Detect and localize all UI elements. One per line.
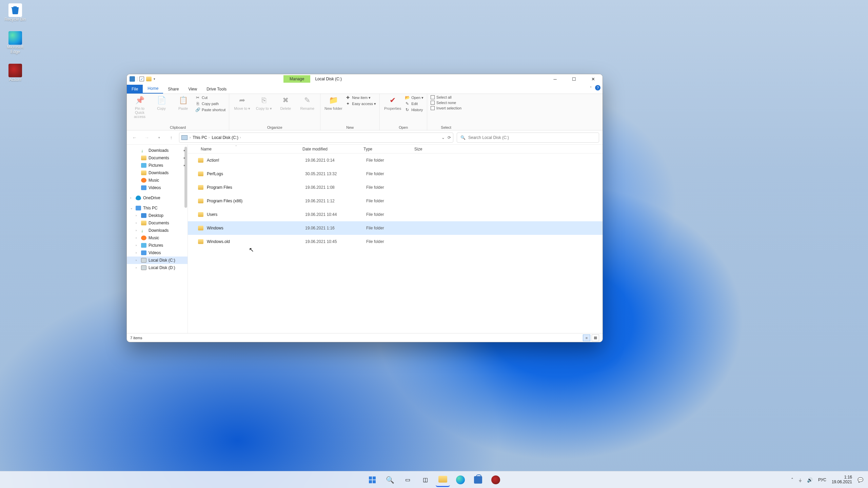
desktop-icon-edge[interactable]: Microsoft Edge <box>2 31 28 54</box>
maximize-button[interactable]: ☐ <box>565 74 584 84</box>
collapse-icon[interactable]: ⌄ <box>130 206 133 210</box>
breadcrumb-location[interactable]: Local Disk (C:)› <box>212 135 241 140</box>
help-icon[interactable]: ? <box>595 85 600 90</box>
expand-icon[interactable]: › <box>136 214 137 217</box>
taskbar-store-button[interactable] <box>471 473 485 487</box>
file-row[interactable]: Users 19.06.2021 10:44 File folder <box>188 208 603 221</box>
sidebar-item[interactable]: ›Local Disk (D:) <box>127 264 188 271</box>
sidebar-item[interactable]: ›↓Downloads <box>127 227 188 234</box>
tab-drive-tools[interactable]: Drive Tools <box>202 85 231 94</box>
sidebar-item-thispc[interactable]: ⌄ This PC <box>127 204 188 212</box>
select-all-button[interactable]: Select all <box>431 95 461 99</box>
file-row[interactable]: Windows.old 19.06.2021 10:45 File folder <box>188 235 603 248</box>
desktop-icon-recycle-bin[interactable]: Recycle Bin <box>2 3 28 22</box>
contextual-tab-manage[interactable]: Manage <box>283 75 310 83</box>
sidebar-item[interactable]: ›Documents <box>127 219 188 227</box>
ribbon-collapse-icon[interactable]: ˄ <box>590 86 592 90</box>
qat-dropdown-icon[interactable]: ▾ <box>154 77 155 81</box>
expand-icon[interactable]: › <box>136 251 137 255</box>
tab-home[interactable]: Home <box>143 84 163 94</box>
file-row[interactable]: PerfLogs 30.05.2021 13:32 File folder <box>188 167 603 181</box>
history-button[interactable]: ↻History <box>405 107 423 112</box>
properties-button[interactable]: ✔Properties <box>383 95 402 110</box>
nav-recent-button[interactable]: ▾ <box>155 133 163 142</box>
copy-button[interactable]: 📄 Copy <box>152 95 171 110</box>
tab-share[interactable]: Share <box>163 85 183 94</box>
paste-button[interactable]: 📋 Paste <box>174 95 193 110</box>
new-item-button[interactable]: ✚New item ▾ <box>346 95 376 100</box>
pin-to-quick-access-button[interactable]: 📌 Pin to Quick access <box>130 95 149 119</box>
sidebar-item[interactable]: Downloads <box>127 169 188 177</box>
sidebar-item[interactable]: Videos <box>127 184 188 191</box>
sidebar-item[interactable]: ›Music <box>127 234 188 242</box>
open-button[interactable]: 📂Open ▾ <box>405 95 423 100</box>
expand-icon[interactable]: › <box>136 229 137 232</box>
nav-back-button[interactable]: ← <box>130 133 139 142</box>
sidebar-item[interactable]: Documents✦ <box>127 154 188 162</box>
taskbar-widgets-button[interactable]: ◫ <box>418 473 432 487</box>
file-row[interactable]: Program Files 19.06.2021 1:08 File folde… <box>188 181 603 194</box>
tray-clock[interactable]: 1:16 19.06.2021 <box>832 475 852 485</box>
view-details-button[interactable]: ≡ <box>583 334 590 341</box>
chevron-right-icon[interactable]: › <box>190 136 191 139</box>
network-icon[interactable]: ⏚ <box>799 477 802 483</box>
sidebar-item-onedrive[interactable]: › OneDrive <box>127 194 188 202</box>
column-header-type[interactable]: Type <box>361 147 412 151</box>
refresh-icon[interactable]: ⟳ <box>448 135 451 140</box>
search-box[interactable]: 🔍 <box>457 133 599 143</box>
taskbar-explorer-button[interactable] <box>436 473 450 487</box>
tab-file[interactable]: File <box>127 85 143 94</box>
copy-path-button[interactable]: ⎘Copy path <box>195 101 225 106</box>
taskbar[interactable]: 🔍 ▭ ◫ ˄ ⏚ 🔊 РУС 1:16 19.06.2021 💬 <box>0 471 868 488</box>
taskbar-edge-button[interactable] <box>453 473 468 487</box>
paste-shortcut-button[interactable]: 🔗Paste shortcut <box>195 107 225 112</box>
start-button[interactable] <box>365 473 379 487</box>
address-dropdown-icon[interactable]: ⌄ <box>441 135 445 140</box>
taskbar-action-button[interactable] <box>489 473 503 487</box>
new-folder-button[interactable]: 📁New folder <box>324 95 343 110</box>
edit-button[interactable]: ✎Edit <box>405 101 423 106</box>
sidebar-item[interactable]: Music <box>127 177 188 184</box>
desktop-icon-action[interactable]: Action! <box>2 64 28 82</box>
qat-newfolder-icon[interactable] <box>146 77 152 81</box>
notifications-icon[interactable]: 💬 <box>857 477 863 483</box>
expand-icon[interactable]: › <box>136 266 137 269</box>
nav-forward-button[interactable]: → <box>142 133 151 142</box>
window-titlebar[interactable]: ✓ ▾ Manage Local Disk (C:) ─ ☐ ✕ <box>127 74 603 84</box>
delete-button[interactable]: ✖Delete <box>276 95 295 110</box>
address-bar[interactable]: › This PC› Local Disk (C:)› ⌄ ⟳ <box>179 133 453 143</box>
close-button[interactable]: ✕ <box>584 74 603 84</box>
expand-icon[interactable]: › <box>136 244 137 247</box>
easy-access-button[interactable]: ✦Easy access ▾ <box>346 101 376 106</box>
expand-icon[interactable]: › <box>136 236 137 240</box>
move-to-button[interactable]: ➦Move to ▾ <box>233 95 252 111</box>
sidebar-item[interactable]: ↓Downloads✦ <box>127 147 188 154</box>
minimize-button[interactable]: ─ <box>546 74 565 84</box>
view-large-icons-button[interactable]: ▦ <box>592 334 599 341</box>
search-input[interactable] <box>468 135 595 140</box>
file-row[interactable]: Action! 19.06.2021 0:14 File folder <box>188 154 603 167</box>
sidebar-item[interactable]: ›Pictures <box>127 242 188 249</box>
expand-icon[interactable]: › <box>136 221 137 225</box>
volume-icon[interactable]: 🔊 <box>807 477 813 483</box>
file-row[interactable]: Program Files (x86) 19.06.2021 1:12 File… <box>188 194 603 208</box>
navigation-pane[interactable]: ↓Downloads✦Documents✦Pictures✦DownloadsM… <box>127 145 188 333</box>
expand-icon[interactable]: › <box>130 196 131 200</box>
sidebar-item[interactable]: Pictures✦ <box>127 162 188 169</box>
taskbar-taskview-button[interactable]: ▭ <box>400 473 415 487</box>
column-header-date[interactable]: Date modified <box>300 147 361 151</box>
tray-language[interactable]: РУС <box>818 477 826 482</box>
expand-icon[interactable]: › <box>136 259 137 262</box>
qat-properties-icon[interactable]: ✓ <box>139 77 144 81</box>
sidebar-item[interactable]: ›Videos <box>127 249 188 257</box>
invert-selection-button[interactable]: Invert selection <box>431 106 461 110</box>
column-header-name[interactable]: Name˄ <box>198 147 300 151</box>
nav-up-button[interactable]: ↑ <box>167 133 176 142</box>
cut-button[interactable]: ✂Cut <box>195 95 225 100</box>
taskbar-search-button[interactable]: 🔍 <box>383 473 397 487</box>
copy-to-button[interactable]: ⎘Copy to ▾ <box>254 95 273 111</box>
select-none-button[interactable]: Select none <box>431 101 461 105</box>
breadcrumb-thispc[interactable]: This PC› <box>193 135 210 140</box>
rename-button[interactable]: ✎Rename <box>298 95 317 110</box>
system-tray[interactable]: ˄ ⏚ 🔊 РУС 1:16 19.06.2021 💬 <box>791 475 863 485</box>
